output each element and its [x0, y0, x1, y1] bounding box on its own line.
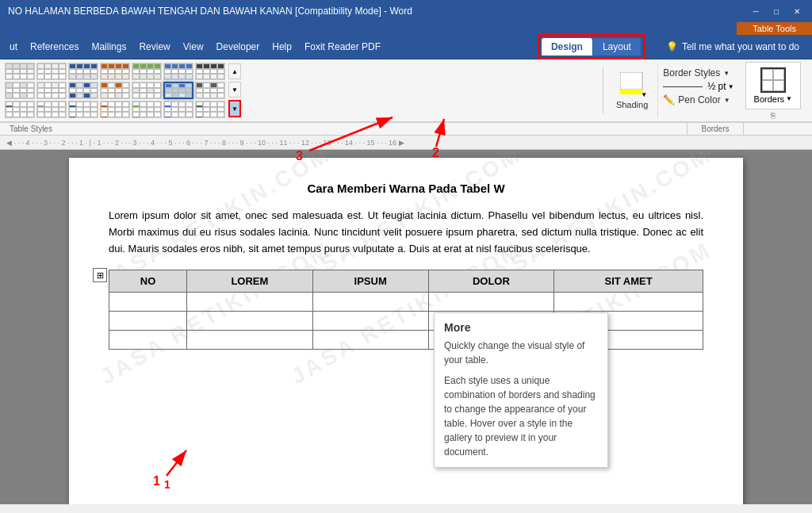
scroll-down-arrow[interactable]: ▼ [228, 82, 241, 98]
style-thumb-18[interactable] [100, 101, 130, 118]
table-header-sitamet: SIT AMET [554, 270, 703, 293]
style-thumb-6[interactable] [163, 63, 193, 80]
line-preview [663, 86, 703, 87]
style-thumb-17[interactable] [68, 101, 98, 118]
close-button[interactable]: ✕ [790, 4, 804, 18]
style-thumb-11[interactable] [100, 82, 130, 99]
menu-view[interactable]: View [177, 38, 210, 56]
ruler: ◀ · · · 4 · · · 3 · · · 2 · · · 1 · | · … [0, 136, 812, 150]
half-pt-button[interactable]: ½ pt ▼ [707, 81, 733, 92]
style-thumb-4[interactable] [100, 63, 130, 80]
half-pt-row: ½ pt ▼ [663, 81, 733, 92]
style-thumb-19[interactable] [132, 101, 162, 118]
style-thumb-10[interactable] [68, 82, 98, 99]
annotation-1: 1 [164, 478, 170, 491]
border-cell-br [773, 80, 784, 91]
border-styles-label: Border Styles [663, 67, 720, 78]
style-thumb-5[interactable] [132, 63, 162, 80]
table-cell [109, 331, 187, 350]
window-title: NO HALAMAN BERBEDA BAWAH TENGAH DAN BAWA… [8, 6, 749, 17]
menu-review[interactable]: Review [132, 38, 176, 56]
border-cell-bl [762, 80, 773, 91]
borders-group: Border Styles ▼ ½ pt ▼ ✏️ Pen Color ▼ [658, 63, 738, 118]
style-thumb-2[interactable] [36, 63, 67, 80]
menu-help[interactable]: Help [266, 38, 298, 56]
maximize-button[interactable]: □ [769, 4, 783, 18]
table-cell [554, 293, 703, 312]
shading-dropdown-arrow[interactable]: ▼ [641, 91, 647, 98]
tell-me-input[interactable]: 💡 Tell me what you want to do [657, 41, 809, 52]
ribbon-content: ▲ ▼ ▼ ▼ Shading [0, 59, 812, 123]
tab-layout[interactable]: Layout [593, 38, 641, 56]
borders-arrow: ▼ [786, 95, 792, 102]
style-thumb-14[interactable] [195, 82, 225, 99]
style-thumb-7[interactable] [195, 63, 225, 80]
borders-label: Borders [754, 94, 785, 104]
border-styles-button[interactable]: Border Styles ▼ [663, 67, 730, 78]
border-styles-arrow: ▼ [723, 70, 730, 77]
table-cell [187, 331, 313, 350]
borders-icon [760, 67, 786, 93]
table-styles-area: ▲ ▼ ▼ [5, 63, 599, 118]
page-title: Cara Memberi Warna Pada Tabel W [109, 182, 703, 195]
tooltip-line1: Quickly change the visual style of your … [444, 339, 598, 367]
style-thumb-20[interactable] [163, 101, 193, 118]
page: JASA RETIKIN.COM JASA RETIKIN.COM JASA R… [69, 158, 743, 504]
shading-group: ▼ Shading [607, 63, 658, 118]
table-tools-header: Table Tools [737, 22, 812, 35]
menu-developer[interactable]: Developer [210, 38, 266, 56]
table-header-dolor: DOLOR [428, 270, 554, 293]
pen-color-label: Pen Color [678, 94, 720, 105]
minimize-button[interactable]: ─ [749, 4, 763, 18]
table-cell [312, 293, 428, 312]
style-thumb-13[interactable] [163, 82, 193, 99]
tooltip-line2: Each style uses a unique combination of … [444, 373, 598, 459]
ruler-marks: ◀ · · · 4 · · · 3 · · · 2 · · · 1 · | · … [6, 139, 404, 147]
table-cell [312, 312, 428, 331]
style-thumb-16[interactable] [36, 101, 67, 118]
menu-bar: ut References Mailings Review View Devel… [0, 35, 812, 59]
style-thumb-8[interactable] [5, 82, 35, 99]
half-pt-label: ½ pt [707, 81, 726, 92]
menu-mailings[interactable]: Mailings [85, 38, 132, 56]
menu-ut[interactable]: ut [3, 38, 24, 56]
more-styles-button[interactable]: ▼ [228, 100, 241, 117]
menu-foxit[interactable]: Foxit Reader PDF [298, 38, 387, 56]
half-pt-arrow: ▼ [728, 83, 734, 90]
document-area: JASA RETIKIN.COM JASA RETIKIN.COM JASA R… [0, 150, 812, 504]
tooltip-title: More [444, 321, 598, 334]
style-thumb-1[interactable] [5, 63, 35, 80]
table-header-lorem: LOREM [187, 270, 313, 293]
style-thumb-12[interactable] [132, 82, 162, 99]
style-thumb-3[interactable] [68, 63, 98, 80]
document-table: NO LOREM IPSUM DOLOR SIT AMET [109, 270, 703, 350]
scroll-up-arrow[interactable]: ▲ [228, 63, 241, 79]
style-thumb-15[interactable] [5, 101, 35, 118]
tab-design[interactable]: Design [542, 38, 592, 56]
table-cell [187, 312, 313, 331]
table-header-ipsum: IPSUM [312, 270, 428, 293]
table-cell [187, 293, 313, 312]
style-thumb-21[interactable] [195, 101, 225, 118]
border-styles-row: Border Styles ▼ [663, 67, 733, 78]
pen-color-arrow: ▼ [724, 97, 730, 104]
table-cell [428, 293, 554, 312]
table-style-gallery [5, 63, 225, 118]
pen-color-button[interactable]: ✏️ Pen Color ▼ [663, 94, 730, 105]
svg-rect-1 [620, 90, 642, 94]
shading-button[interactable]: ▼ Shading [611, 69, 653, 113]
menu-references[interactable]: References [24, 38, 85, 56]
table-cell [109, 312, 187, 331]
border-cell-tr [773, 69, 784, 80]
style-thumb-9[interactable] [36, 82, 67, 99]
border-cell-tl [762, 69, 773, 80]
table-header-row: NO LOREM IPSUM DOLOR SIT AMET [109, 270, 703, 293]
window-controls: ─ □ ✕ [749, 4, 804, 18]
borders-expand-icon[interactable]: ⎘ [771, 111, 776, 120]
table-row [109, 331, 703, 350]
ribbon-group-labels: Table Styles Borders [0, 123, 812, 136]
empty-group-label [744, 123, 807, 135]
bulb-icon: 💡 [666, 41, 678, 52]
borders-button[interactable]: Borders ▼ [745, 62, 801, 109]
table-handle[interactable]: ⊞ [93, 268, 107, 282]
